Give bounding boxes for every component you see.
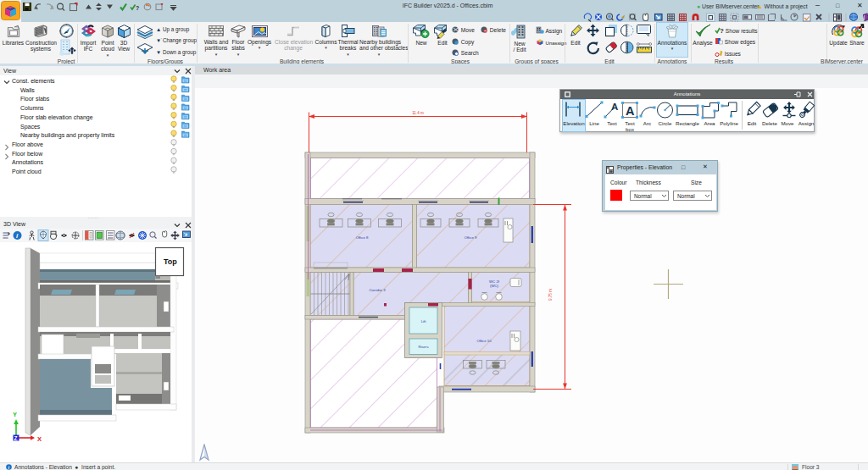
svg-text:Office 9: Office 9 [465, 235, 477, 240]
svg-text:A: A [626, 104, 635, 118]
svg-text:11.4 m: 11.4 m [412, 111, 424, 115]
svg-text:Lift: Lift [421, 319, 427, 323]
svg-text:Corridor 3: Corridor 3 [369, 288, 386, 292]
svg-text:(WC): (WC) [490, 284, 499, 288]
svg-text:Office 8: Office 8 [356, 235, 369, 240]
svg-text:9.75 m: 9.75 m [548, 289, 553, 301]
svg-text:A: A [611, 102, 618, 112]
svg-text:Risers: Risers [418, 345, 428, 349]
svg-text:Office 10: Office 10 [476, 339, 492, 343]
